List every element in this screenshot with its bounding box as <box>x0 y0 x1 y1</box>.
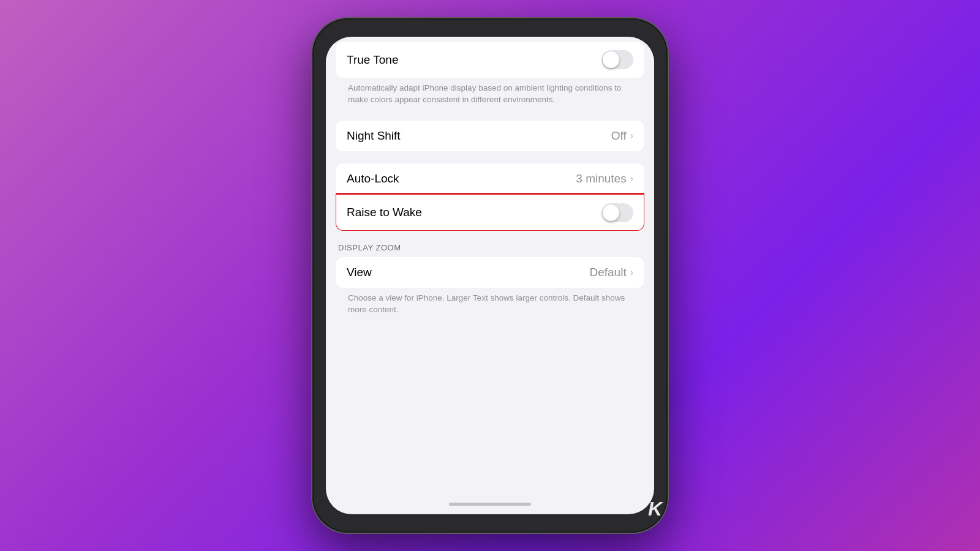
true-tone-knob <box>603 51 619 68</box>
raise-to-wake-row[interactable]: Raise to Wake <box>336 194 644 231</box>
night-shift-chevron: › <box>630 130 633 141</box>
true-tone-label: True Tone <box>347 53 399 67</box>
screen-content: True Tone Automatically adapt iPhone dis… <box>326 37 654 514</box>
view-label: View <box>347 266 372 279</box>
view-value-text: Default <box>589 266 626 279</box>
night-shift-label: Night Shift <box>347 129 401 143</box>
display-zoom-description: Choose a view for iPhone. Larger Text sh… <box>336 288 644 326</box>
true-tone-row[interactable]: True Tone <box>336 42 644 78</box>
view-row[interactable]: View Default › <box>336 257 644 288</box>
auto-lock-value: 3 minutes › <box>576 172 633 186</box>
view-chevron: › <box>630 267 633 278</box>
night-shift-value-text: Off <box>611 129 627 143</box>
lock-cell-group: Auto-Lock 3 minutes › Raise to Wake <box>336 163 644 231</box>
night-shift-value: Off › <box>611 129 633 143</box>
phone-frame: True Tone Automatically adapt iPhone dis… <box>312 18 668 533</box>
home-indicator[interactable] <box>326 497 654 514</box>
auto-lock-chevron: › <box>630 173 633 184</box>
auto-lock-value-text: 3 minutes <box>576 172 626 186</box>
raise-to-wake-label: Raise to Wake <box>347 206 422 219</box>
true-tone-toggle[interactable] <box>601 50 633 69</box>
phone-wrapper: True Tone Automatically adapt iPhone dis… <box>294 12 686 539</box>
logo-k: K <box>648 498 662 520</box>
night-shift-section: Night Shift Off › <box>326 121 654 151</box>
auto-lock-label: Auto-Lock <box>347 172 399 186</box>
knowtechie-logo: ·+K <box>640 498 662 520</box>
true-tone-section: True Tone Automatically adapt iPhone dis… <box>326 42 654 121</box>
raise-to-wake-knob <box>603 204 619 221</box>
view-value: Default › <box>589 266 633 279</box>
logo-dots: ·+ <box>640 503 647 509</box>
night-shift-row[interactable]: Night Shift Off › <box>336 121 644 151</box>
display-zoom-section: DISPLAY ZOOM View Default › Choose a vie… <box>326 243 654 326</box>
home-bar <box>449 503 531 506</box>
true-tone-description: Automatically adapt iPhone display based… <box>336 78 644 116</box>
auto-lock-row[interactable]: Auto-Lock 3 minutes › <box>336 163 644 194</box>
lock-section: Auto-Lock 3 minutes › Raise to Wake <box>326 163 654 231</box>
phone-screen: True Tone Automatically adapt iPhone dis… <box>326 37 654 514</box>
raise-to-wake-toggle[interactable] <box>601 203 633 222</box>
display-zoom-header: DISPLAY ZOOM <box>336 243 644 257</box>
